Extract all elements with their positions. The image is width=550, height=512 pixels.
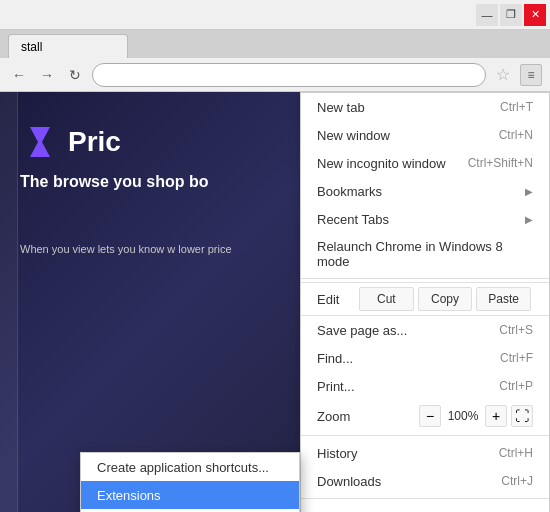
chrome-menu-button[interactable]: ≡ (520, 64, 542, 86)
tab-label: stall (21, 40, 42, 54)
title-bar: — ❐ ✕ (0, 0, 550, 30)
tab-bar: stall (0, 30, 550, 58)
refresh-button[interactable]: ↻ (64, 64, 86, 86)
logo-area: Pric (20, 122, 121, 162)
page-background: Pric The browse you shop bo When you vie… (0, 92, 550, 512)
logo-text: Pric (68, 126, 121, 158)
bookmark-star-icon[interactable]: ☆ (492, 64, 514, 86)
back-button[interactable]: ← (8, 64, 30, 86)
page-headline: The browse you shop bo (20, 172, 208, 193)
forward-button[interactable]: → (36, 64, 58, 86)
address-input[interactable] (92, 63, 486, 87)
logo-icon (20, 122, 60, 162)
active-tab[interactable]: stall (8, 34, 128, 58)
maximize-button[interactable]: ❐ (500, 4, 522, 26)
page-content: Pric The browse you shop bo When you vie… (0, 92, 550, 512)
minimize-button[interactable]: — (476, 4, 498, 26)
close-button[interactable]: ✕ (524, 4, 546, 26)
page-subtext: When you view lets you know w lower pric… (20, 242, 232, 257)
page-sidebar (0, 92, 18, 512)
address-bar: ← → ↻ ☆ ≡ (0, 58, 550, 92)
